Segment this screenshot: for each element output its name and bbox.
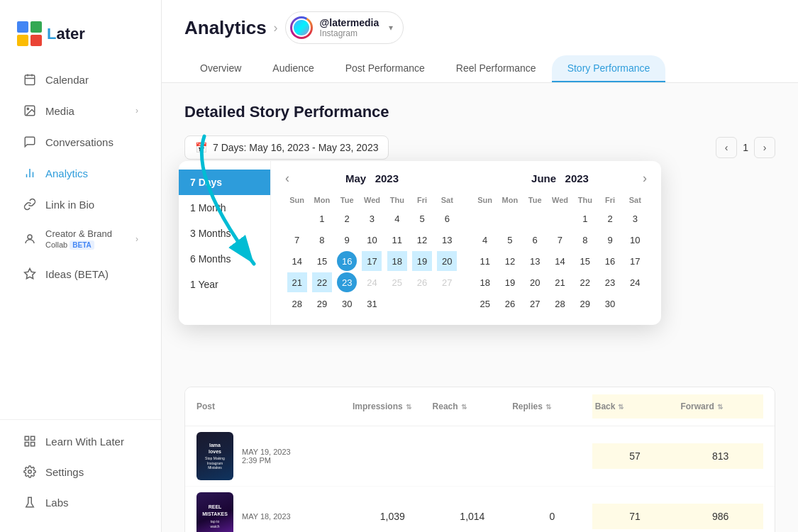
cal-day-27[interactable]: 27 <box>437 272 457 292</box>
sidebar-item-ideas[interactable]: Ideas (BETA) <box>6 259 155 289</box>
jun-day-12[interactable]: 12 <box>500 251 520 271</box>
cal-day-11[interactable]: 11 <box>387 230 407 250</box>
jun-day-7[interactable]: 7 <box>550 230 570 250</box>
cal-day-22[interactable]: 22 <box>312 272 332 292</box>
jun-day-8[interactable]: 8 <box>575 230 595 250</box>
jun-day-29[interactable]: 29 <box>575 294 595 314</box>
jun-day-22[interactable]: 22 <box>575 272 595 292</box>
cal-option-1year[interactable]: 1 Year <box>179 272 270 297</box>
tab-post-performance[interactable]: Post Performance <box>330 55 440 82</box>
cal-option-1month[interactable]: 1 Month <box>179 195 270 221</box>
cal-day-28[interactable]: 28 <box>287 294 307 314</box>
jun-day-14[interactable]: 14 <box>550 251 570 271</box>
cal-day-2[interactable]: 2 <box>337 209 357 228</box>
col-header-impressions[interactable]: Impressions ⇅ <box>353 401 433 411</box>
calendar-options-sidebar: 7 Days 1 Month 3 Months 6 Months 1 Year <box>179 161 271 325</box>
cal-day-30[interactable]: 30 <box>337 294 357 314</box>
jun-day-1[interactable]: 1 <box>575 209 595 228</box>
jun-day-3[interactable]: 3 <box>625 209 645 228</box>
jun-day-17[interactable]: 17 <box>625 251 645 271</box>
cal-day-12[interactable]: 12 <box>412 230 432 250</box>
tab-audience[interactable]: Audience <box>257 55 329 82</box>
cal-day-5[interactable]: 5 <box>412 209 432 228</box>
tab-reel-performance[interactable]: Reel Performance <box>440 55 552 82</box>
cal-day-9[interactable]: 9 <box>337 230 357 250</box>
cal-day-20[interactable]: 20 <box>437 251 457 271</box>
cal-day-6[interactable]: 6 <box>437 209 457 228</box>
jun-day-26[interactable]: 26 <box>500 294 520 314</box>
cal-day-15[interactable]: 15 <box>312 251 332 271</box>
account-selector[interactable]: @latermedia Instagram ▾ <box>285 11 404 44</box>
cal-day-1[interactable]: 1 <box>312 209 332 228</box>
cal-day-29[interactable]: 29 <box>312 294 332 314</box>
cal-day-17[interactable]: 17 <box>362 251 382 271</box>
cal-day-7[interactable]: 7 <box>287 230 307 250</box>
prev-page-button[interactable]: ‹ <box>716 137 737 158</box>
jun-day-30[interactable]: 30 <box>600 294 620 314</box>
col-header-reach[interactable]: Reach ⇅ <box>433 401 513 411</box>
cal-day-21[interactable]: 21 <box>287 272 307 292</box>
jun-day-24[interactable]: 24 <box>625 272 645 292</box>
calendar-dropdown[interactable]: 7 Days 1 Month 3 Months 6 Months 1 Year … <box>179 161 661 325</box>
jun-day-10[interactable]: 10 <box>625 230 645 250</box>
cal-day-18[interactable]: 18 <box>387 251 407 271</box>
back-value: 71 <box>592 504 678 529</box>
cal-day-16[interactable]: 16 <box>337 251 357 271</box>
jun-day-5[interactable]: 5 <box>500 230 520 250</box>
cal-day-31[interactable]: 31 <box>362 294 382 314</box>
jun-day-2[interactable]: 2 <box>600 209 620 228</box>
table-row: REELMISTAKES tap towatch MAY 18, 2023 1,… <box>185 487 775 532</box>
sidebar-item-calendar[interactable]: Calendar <box>6 65 155 94</box>
sidebar-item-learn[interactable]: Learn With Later <box>6 426 155 456</box>
prev-month-button[interactable]: ‹ <box>285 171 289 186</box>
jun-day-11[interactable]: 11 <box>475 251 495 271</box>
sidebar-item-media[interactable]: Media › <box>6 96 155 126</box>
cal-option-6months[interactable]: 6 Months <box>179 246 270 272</box>
jun-day-13[interactable]: 13 <box>525 251 545 271</box>
sidebar-item-link-bio[interactable]: Link in Bio <box>6 189 155 219</box>
jun-day-16[interactable]: 16 <box>600 251 620 271</box>
next-page-button[interactable]: › <box>754 137 775 158</box>
jun-day-18[interactable]: 18 <box>475 272 495 292</box>
jun-day-21[interactable]: 21 <box>550 272 570 292</box>
cal-day-26[interactable]: 26 <box>412 272 432 292</box>
jun-day-23[interactable]: 23 <box>600 272 620 292</box>
cal-day-14[interactable]: 14 <box>287 251 307 271</box>
cal-day-19[interactable]: 19 <box>412 251 432 271</box>
col-header-forward[interactable]: Forward ⇅ <box>677 394 763 419</box>
cal-day-24[interactable]: 24 <box>362 272 382 292</box>
table-row: lamaloves Stop MakingInstagramMistakes M… <box>185 426 775 487</box>
cal-option-7days[interactable]: 7 Days <box>179 170 270 195</box>
jun-day-15[interactable]: 15 <box>575 251 595 271</box>
jun-day-20[interactable]: 20 <box>525 272 545 292</box>
date-range-text: 7 Days: May 16, 2023 - May 23, 2023 <box>213 142 378 153</box>
cal-day-3[interactable]: 3 <box>362 209 382 228</box>
date-range-picker[interactable]: 📅 7 Days: May 16, 2023 - May 23, 2023 <box>184 135 389 160</box>
col-header-back[interactable]: Back ⇅ <box>592 394 678 419</box>
jun-day-6[interactable]: 6 <box>525 230 545 250</box>
cal-day-25[interactable]: 25 <box>387 272 407 292</box>
jun-day-19[interactable]: 19 <box>500 272 520 292</box>
jun-day-4[interactable]: 4 <box>475 230 495 250</box>
sidebar-item-conversations[interactable]: Conversations <box>6 127 155 157</box>
cal-day-8[interactable]: 8 <box>312 230 332 250</box>
sidebar-item-analytics[interactable]: Analytics <box>6 158 155 188</box>
cal-option-3months[interactable]: 3 Months <box>179 221 270 246</box>
jun-day-25[interactable]: 25 <box>475 294 495 314</box>
cal-day-4[interactable]: 4 <box>387 209 407 228</box>
month-name-june: June 2023 <box>531 172 589 184</box>
next-month-button[interactable]: › <box>643 171 647 186</box>
sidebar-item-creator-brand[interactable]: Creator & BrandCollab BETA › <box>6 221 155 257</box>
cal-day-10[interactable]: 10 <box>362 230 382 250</box>
tab-overview[interactable]: Overview <box>184 55 257 82</box>
sidebar-item-labs[interactable]: Labs <box>6 487 155 517</box>
jun-day-28[interactable]: 28 <box>550 294 570 314</box>
sidebar-item-settings[interactable]: Settings <box>6 457 155 487</box>
cal-day-13[interactable]: 13 <box>437 230 457 250</box>
tab-story-performance[interactable]: Story Performance <box>552 55 666 82</box>
col-header-replies[interactable]: Replies ⇅ <box>512 401 592 411</box>
cal-day-23[interactable]: 23 <box>337 272 357 292</box>
content-area: Detailed Story Performance 📅 7 Days: May… <box>162 83 798 532</box>
jun-day-27[interactable]: 27 <box>525 294 545 314</box>
jun-day-9[interactable]: 9 <box>600 230 620 250</box>
